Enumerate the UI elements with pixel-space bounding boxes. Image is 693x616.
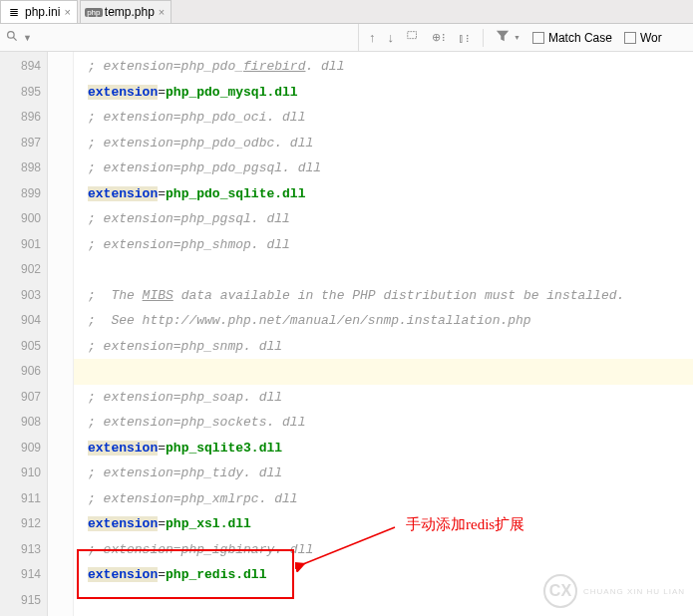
code-line[interactable]: ; extension=php_pgsql. dll (74, 206, 693, 232)
annotation-text: 手动添加redis扩展 (406, 515, 524, 534)
line-number: 905 (0, 334, 47, 360)
line-number: 897 (0, 131, 47, 156)
code-line[interactable] (74, 257, 693, 283)
code-line[interactable] (74, 359, 693, 385)
filter-icon[interactable] (496, 29, 510, 46)
code-line[interactable]: extension=php_pdo_mysql.dll (74, 80, 693, 106)
checkbox-icon (532, 32, 544, 44)
code-line[interactable]: extension=php_sqlite3.dll (74, 436, 693, 462)
code-line[interactable]: ; See http://www.php.net/manual/en/snmp.… (74, 308, 693, 334)
line-number: 907 (0, 385, 47, 411)
fold-margin (48, 52, 74, 616)
search-icon (6, 30, 19, 46)
match-case-toggle[interactable]: Match Case (532, 31, 612, 45)
chevron-down-icon[interactable]: ▼ (514, 34, 520, 41)
line-number: 898 (0, 155, 47, 181)
divider (483, 29, 484, 47)
code-line[interactable]: ; extension=php_xmlrpc. dll (74, 486, 693, 512)
line-number: 914 (0, 562, 47, 588)
match-words-toggle[interactable]: Wor (624, 31, 662, 45)
match-words-label: Wor (640, 31, 662, 45)
file-icon: ≣ (7, 5, 21, 19)
line-number: 904 (0, 308, 47, 334)
code-line[interactable]: extension=php_pdo_sqlite.dll (74, 181, 693, 207)
tab-label: php.ini (25, 5, 60, 19)
svg-point-0 (8, 31, 15, 38)
code-editor[interactable]: 8948958968978988999009019029039049059069… (0, 52, 693, 616)
code-line[interactable]: ; extension=php_shmop. dll (74, 232, 693, 258)
close-icon[interactable]: × (159, 6, 165, 18)
code-line[interactable]: ; The MIBS data available in the PHP dis… (74, 283, 693, 309)
code-line[interactable]: ; extension=php_pdo_oci. dll (74, 105, 693, 131)
line-number: 913 (0, 537, 47, 563)
code-line[interactable]: ; extension=php_igbinary. dll (74, 537, 693, 563)
line-number: 894 (0, 54, 47, 80)
select-icon[interactable] (406, 29, 420, 46)
code-line[interactable]: ; extension=php_tidy. dll (74, 461, 693, 486)
tab-label: temp.php (105, 5, 155, 19)
tab-temp-php[interactable]: php temp.php × (80, 0, 172, 23)
select-all-icon[interactable]: ⫿⫶ (459, 32, 471, 44)
watermark-logo: CX (543, 574, 577, 608)
code-line[interactable]: ; extension=php_pdo_pgsql. dll (74, 155, 693, 181)
line-number: 915 (0, 588, 47, 614)
arrow-down-icon[interactable]: ↓ (388, 30, 395, 45)
line-number: 909 (0, 436, 47, 462)
arrow-up-icon[interactable]: ↑ (369, 30, 376, 45)
chevron-down-icon[interactable]: ▼ (23, 33, 32, 43)
line-number: 903 (0, 283, 47, 309)
match-case-label: Match Case (548, 31, 612, 45)
line-gutter: 8948958968978988999009019029039049059069… (0, 52, 48, 616)
line-number: 896 (0, 105, 47, 131)
line-number: 908 (0, 410, 47, 436)
watermark: CX CHUANG XIN HU LIAN (543, 574, 685, 608)
code-line[interactable]: extension=php_xsl.dll (74, 511, 693, 537)
close-icon[interactable]: × (64, 6, 70, 18)
code-line[interactable]: ; extension=php_sockets. dll (74, 410, 693, 436)
line-number: 900 (0, 206, 47, 232)
tab-php-ini[interactable]: ≣ php.ini × (0, 0, 78, 23)
line-number: 910 (0, 461, 47, 486)
code-line[interactable]: ; extension=php_snmp. dll (74, 334, 693, 360)
code-line[interactable]: ; extension=php_pdo_odbc. dll (74, 131, 693, 156)
line-number: 899 (0, 181, 47, 207)
line-number: 902 (0, 257, 47, 283)
search-toolbar: ▼ ↑ ↓ ⊕⫶ ⫿⫶ ▼ Match Case Wor (0, 24, 693, 52)
line-number: 895 (0, 80, 47, 106)
code-line[interactable]: ; extension=php_pdo_firebird. dll (74, 54, 693, 80)
search-input-area[interactable]: ▼ (0, 24, 359, 51)
checkbox-icon (624, 32, 636, 44)
add-selection-icon[interactable]: ⊕⫶ (432, 31, 447, 44)
code-content[interactable]: 手动添加redis扩展 ; extension=php_pdo_firebird… (74, 52, 693, 616)
svg-line-1 (13, 37, 16, 40)
svg-rect-2 (408, 32, 417, 39)
code-line[interactable]: ; extension=php_soap. dll (74, 385, 693, 411)
tab-bar: ≣ php.ini × php temp.php × (0, 0, 693, 24)
php-icon: php (87, 5, 101, 19)
line-number: 911 (0, 486, 47, 512)
line-number: 906 (0, 359, 47, 385)
line-number: 912 (0, 511, 47, 537)
watermark-text: CHUANG XIN HU LIAN (583, 587, 685, 596)
line-number: 901 (0, 232, 47, 258)
